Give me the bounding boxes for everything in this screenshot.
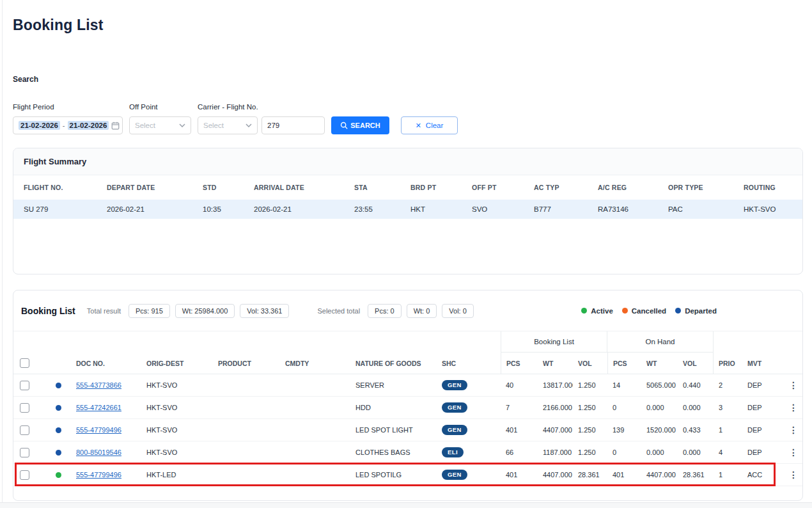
booking-pcs-cell: 66	[501, 448, 538, 456]
row-checkbox[interactable]	[20, 425, 29, 435]
group-header-on-hand: On Hand	[607, 331, 714, 353]
row-checkbox[interactable]	[20, 470, 29, 480]
kebab-menu-icon[interactable]: ⋮	[789, 380, 798, 390]
flight-summary-cell: 2026-02-21	[254, 205, 354, 213]
onhand-wt-cell: 0.000	[641, 404, 678, 411]
flight-summary-cell: 23:55	[354, 205, 410, 213]
flight-summary-cell: HKT	[410, 205, 472, 213]
orig-dest-cell: HKT-SVO	[141, 448, 213, 456]
header-prio: PRIO	[714, 353, 742, 374]
calendar-icon	[111, 122, 120, 130]
row-checkbox[interactable]	[20, 448, 29, 457]
row-checkbox[interactable]	[20, 403, 29, 413]
search-section: Search Flight Period 21-02-2026 - 21-02-…	[9, 75, 807, 134]
nature-of-goods-cell: LED SPOTILG	[350, 471, 437, 479]
onhand-vol-cell: 0.000	[678, 404, 714, 411]
kebab-menu-icon[interactable]: ⋮	[789, 425, 798, 435]
kebab-menu-icon[interactable]: ⋮	[789, 447, 798, 457]
shc-cell: ELI	[437, 447, 501, 457]
date-range-separator: -	[63, 122, 65, 129]
table-row[interactable]: 555-47242661HKT-SVOHDDGEN72166.0001.2500…	[13, 397, 802, 419]
row-checkbox-cell	[13, 425, 48, 435]
onhand-wt-cell: 5065.000	[641, 381, 678, 389]
doc-no-link[interactable]: 555-47799496	[76, 471, 121, 479]
booking-vol-cell: 1.250	[573, 381, 607, 389]
mvt-cell: DEP	[742, 404, 785, 411]
column-header-row: DOC NO.ORIG-DESTPRODUCTCMDTYNATURE OF GO…	[13, 353, 802, 374]
table-row[interactable]: 800-85019546HKT-SVOCLOTHES BAGSELI661187…	[13, 441, 802, 464]
page-title: Booking List	[9, 0, 807, 34]
total-result-label: Total result	[87, 307, 121, 315]
kebab-menu-icon[interactable]: ⋮	[789, 470, 798, 480]
doc-no-cell: 555-47242661	[71, 404, 141, 411]
table-row[interactable]: 555-47799496HKT-SVOLED SPOT LIGHTGEN4014…	[13, 419, 802, 441]
search-section-label: Search	[13, 75, 807, 84]
header-nature-of-goods: NATURE OF GOODS	[350, 353, 437, 374]
header-booking-vol: VOL	[573, 353, 607, 374]
doc-no-link[interactable]: 800-85019546	[76, 448, 121, 456]
chevron-down-icon	[246, 123, 252, 127]
legend-dot-icon	[581, 308, 587, 314]
legend-label: Active	[591, 307, 613, 315]
booking-vol-cell: 1.250	[573, 448, 607, 456]
doc-no-link[interactable]: 555-43773866	[76, 381, 121, 389]
booking-wt-cell: 1187.000	[538, 448, 573, 456]
doc-no-link[interactable]: 555-47799496	[76, 426, 121, 434]
header-product: PRODUCT	[213, 353, 280, 374]
onhand-wt-cell: 0.000	[641, 448, 678, 456]
row-status-cell	[48, 427, 71, 433]
prio-cell: 4	[714, 448, 742, 456]
header-booking-wt: WT	[538, 353, 573, 374]
nature-of-goods-cell: LED SPOT LIGHT	[350, 426, 437, 434]
off-point-select[interactable]: Select	[129, 116, 191, 134]
search-button[interactable]: SEARCH	[331, 116, 389, 134]
total-chip: Wt: 25984.000	[175, 304, 235, 318]
row-actions-cell: ⋮	[785, 402, 802, 413]
select-all-checkbox[interactable]	[20, 358, 29, 368]
orig-dest-cell: HKT-SVO	[141, 381, 213, 389]
status-dot-departed-icon	[56, 450, 61, 456]
flight-period-end-value[interactable]: 21-02-2026	[68, 121, 109, 130]
group-header-booking-list: Booking List	[501, 331, 607, 353]
carrier-select[interactable]: Select	[198, 116, 258, 134]
shc-badge: ELI	[442, 447, 464, 457]
row-checkbox[interactable]	[20, 381, 29, 390]
flight-summary-col-header: A/C REG	[598, 184, 668, 191]
header-booking-pcs: PCS	[501, 353, 538, 374]
onhand-wt-cell: 4407.000	[641, 471, 678, 479]
shc-badge: GEN	[442, 380, 467, 390]
total-chip: Pcs: 915	[129, 304, 170, 318]
doc-no-cell: 555-43773866	[71, 381, 141, 389]
booking-vol-cell: 1.250	[573, 426, 607, 434]
shc-badge: GEN	[442, 470, 467, 480]
flight-period-input[interactable]: 21-02-2026 - 21-02-2026	[13, 116, 123, 134]
flight-no-input[interactable]	[262, 116, 325, 134]
booking-vol-cell: 28.361	[573, 471, 607, 479]
flight-summary-header: Flight Summary	[13, 148, 802, 175]
onhand-vol-cell: 0.440	[678, 381, 714, 389]
table-row[interactable]: 555-43773866HKT-SVOSERVERGEN4013817.0001…	[13, 374, 802, 397]
table-row[interactable]: 555-47799496HKT-LEDLED SPOTILGGEN4014407…	[13, 464, 802, 486]
prio-cell: 3	[714, 404, 742, 411]
kebab-menu-icon[interactable]: ⋮	[789, 402, 798, 413]
booking-pcs-cell: 401	[501, 426, 538, 434]
status-dot-departed-icon	[56, 405, 61, 411]
flight-summary-col-header: FLIGHT NO.	[24, 184, 107, 191]
chevron-down-icon	[179, 123, 185, 127]
flight-period-start-value[interactable]: 21-02-2026	[19, 121, 60, 130]
close-icon: ✕	[416, 122, 421, 130]
flight-summary-row[interactable]: SU 2792026-02-2110:352026-02-2123:55HKTS…	[13, 200, 802, 219]
nature-of-goods-cell: CLOTHES BAGS	[350, 448, 437, 456]
selected-chip: Wt: 0	[407, 304, 437, 318]
horizontal-scrollbar[interactable]	[0, 502, 812, 508]
nature-of-goods-cell: SERVER	[350, 381, 437, 389]
clear-button[interactable]: ✕ Clear	[401, 116, 458, 134]
mvt-cell: ACC	[742, 471, 785, 479]
selected-chip: Vol: 0	[442, 304, 474, 318]
flight-summary-col-header: OPR TYPE	[668, 184, 744, 191]
legend-label: Cancelled	[632, 307, 666, 315]
row-status-cell	[48, 405, 71, 411]
prio-cell: 2	[714, 381, 742, 389]
doc-no-link[interactable]: 555-47242661	[76, 404, 121, 411]
flight-summary-col-header: BRD PT	[410, 184, 472, 191]
